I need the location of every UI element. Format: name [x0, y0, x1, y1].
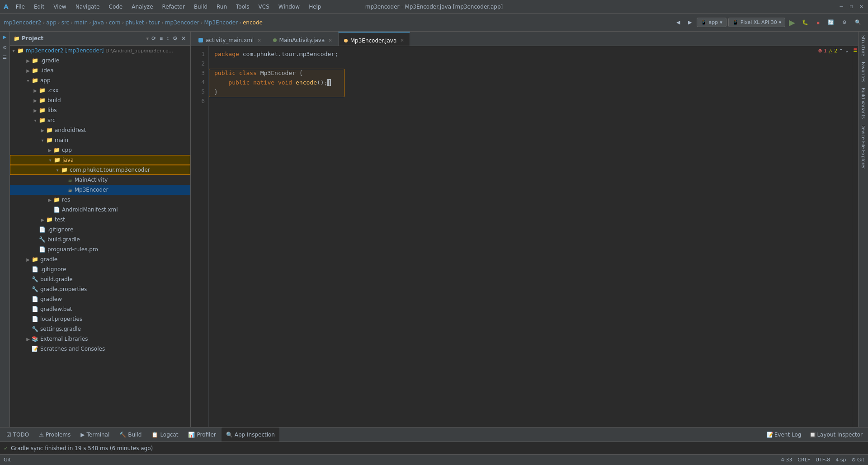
tree-item-package[interactable]: ▾ 📁 com.phuket.tour.mp3encoder [10, 165, 190, 175]
tree-item-cxx[interactable]: ▶ 📁 .cxx [10, 85, 190, 95]
tree-item-gradleprops[interactable]: ▶ 🔧 gradle.properties [10, 284, 190, 294]
project-view-toggle[interactable]: ◀ [1, 33, 8, 42]
project-sync-icon[interactable]: ⟳ [151, 34, 157, 42]
tree-item-androidmanifest[interactable]: ▶ 📄 AndroidManifest.xml [10, 205, 190, 215]
build-variants-btn[interactable]: Build Variants [860, 86, 867, 121]
menu-run[interactable]: Run [215, 3, 229, 11]
project-close-icon[interactable]: ✕ [180, 34, 187, 42]
status-line-ending[interactable]: CRLF [797, 457, 810, 463]
status-encoding[interactable]: UTF-8 [816, 457, 830, 463]
tree-item-androidtest[interactable]: ▶ 📁 androidTest [10, 125, 190, 135]
debug-button[interactable]: 🐛 [799, 18, 811, 27]
menu-vcs[interactable]: VCS [257, 3, 271, 11]
minimize-button[interactable]: ─ [838, 4, 844, 10]
tree-root[interactable]: ▾ 📁 mp3encoder2 [mp3encoder] D:\Android_… [10, 46, 190, 56]
tab-mainactivity-close[interactable]: ✕ [328, 38, 332, 43]
code-editor[interactable]: 1 2 3 4 5 6 package com.phuket.tour.mp3e… [191, 46, 858, 427]
tree-item-cpp[interactable]: ▶ 📁 cpp [10, 145, 190, 155]
bottom-tab-logcat[interactable]: 📋 Logcat [147, 427, 183, 442]
breadcrumb-encode[interactable]: encode [243, 19, 263, 26]
menu-help[interactable]: Help [307, 3, 323, 11]
settings-button[interactable]: ⚙ [839, 18, 850, 27]
bottom-tab-build[interactable]: 🔨 Build [115, 427, 146, 442]
tree-item-res[interactable]: ▶ 📁 res [10, 195, 190, 205]
bottom-tab-app-inspection[interactable]: 🔍 App Inspection [222, 427, 279, 442]
tree-item-mp3encoder[interactable]: ▶ ☕ Mp3Encoder [10, 185, 190, 195]
breadcrumb-java[interactable]: java [93, 19, 104, 26]
tree-item-gitignore-root[interactable]: ▶ 📄 .gitignore [10, 264, 190, 274]
menu-edit[interactable]: Edit [32, 3, 46, 11]
status-line-col[interactable]: 4:33 [781, 457, 793, 463]
breadcrumb-mp3encoder-class[interactable]: Mp3Encoder [204, 19, 238, 26]
tree-item-external-libs[interactable]: ▶ 📚 External Libraries [10, 334, 190, 344]
structure-icon[interactable]: ☰ [1, 53, 8, 61]
bottom-tab-problems[interactable]: ⚠ Problems [34, 427, 75, 442]
close-button[interactable]: ✕ [858, 4, 864, 10]
project-sort-icon[interactable]: ↕ [165, 34, 170, 42]
search-button[interactable]: 🔍 [852, 18, 864, 27]
tree-item-main[interactable]: ▾ 📁 main [10, 135, 190, 145]
tree-item-gradle-hidden[interactable]: ▶ 📁 .gradle [10, 56, 190, 66]
tree-item-java[interactable]: ▾ 📁 java [10, 155, 190, 165]
bottom-tab-todo[interactable]: ☑ TODO [2, 427, 33, 442]
commit-icon[interactable]: ⊙ [1, 44, 8, 51]
menu-analyze[interactable]: Analyze [130, 3, 155, 11]
menu-navigate[interactable]: Navigate [74, 3, 102, 11]
breadcrumb-main[interactable]: main [74, 19, 88, 26]
run-button[interactable]: ▶ [787, 17, 797, 28]
tree-item-settings-gradle[interactable]: ▶ 🔧 settings.gradle [10, 324, 190, 334]
tree-item-buildgradle-root[interactable]: ▶ 🔧 build.gradle [10, 274, 190, 284]
breadcrumb-tour[interactable]: tour [149, 19, 160, 26]
maximize-button[interactable]: □ [848, 4, 854, 10]
tree-item-gradlew-bat[interactable]: ▶ 📄 gradlew.bat [10, 304, 190, 314]
tree-item-app[interactable]: ▾ 📁 app [10, 75, 190, 85]
device-file-explorer-btn[interactable]: Device File Explorer [860, 122, 867, 171]
tab-mp3encoder-java[interactable]: Mp3Encoder.java ✕ [338, 32, 410, 46]
bottom-tab-layout-inspector[interactable]: 🔲 Layout Inspector [806, 430, 866, 440]
breadcrumb-com[interactable]: com [109, 19, 121, 26]
tree-item-gradle-root[interactable]: ▶ 📁 gradle [10, 254, 190, 264]
tree-view[interactable]: ▾ 📁 mp3encoder2 [mp3encoder] D:\Android_… [10, 46, 190, 427]
tree-item-buildgradle-app[interactable]: ▶ 🔧 build.gradle [10, 235, 190, 244]
menu-view[interactable]: View [52, 3, 68, 11]
tab-activity-main-close[interactable]: ✕ [257, 38, 261, 43]
breadcrumb-mp3encoder-pkg[interactable]: mp3encoder [165, 19, 199, 26]
breadcrumb-phuket[interactable]: phuket [125, 19, 144, 26]
status-context[interactable]: ⊙ Git [851, 457, 864, 463]
emulator-selector[interactable]: 📱 Pixel XL API 30 ▾ [728, 18, 786, 27]
tree-item-mainactivity[interactable]: ▶ ☕ MainActivity [10, 175, 190, 185]
bottom-tab-profiler[interactable]: 📊 Profiler [184, 427, 220, 442]
menu-code[interactable]: Code [107, 3, 125, 11]
breadcrumb-mp3encoder2[interactable]: mp3encoder2 [4, 19, 41, 26]
breadcrumb-app[interactable]: app [46, 19, 57, 26]
tree-item-libs[interactable]: ▶ 📁 libs [10, 105, 190, 115]
project-settings-icon[interactable]: ⚙ [172, 34, 179, 42]
structure-panel-btn[interactable]: Structure [860, 33, 867, 58]
code-content[interactable]: package com.phuket.tour.mp3encoder; publ… [209, 46, 852, 427]
git-branch[interactable]: Git [4, 457, 11, 463]
bottom-tab-terminal[interactable]: ▶ Terminal [76, 427, 114, 442]
favorites-btn[interactable]: Favorites [860, 60, 867, 84]
nav-back-button[interactable]: ◀ [673, 18, 683, 27]
tree-item-idea[interactable]: ▶ 📁 .idea [10, 66, 190, 75]
status-indent[interactable]: 4 sp [835, 457, 846, 463]
scroll-arrows[interactable]: ⌃ ⌄ [839, 48, 849, 54]
menu-file[interactable]: File [14, 3, 27, 11]
tree-item-localprops[interactable]: ▶ 📄 local.properties [10, 314, 190, 324]
tree-item-gitignore-app[interactable]: ▶ 📄 .gitignore [10, 225, 190, 235]
tree-item-gradlew[interactable]: ▶ 📄 gradlew [10, 294, 190, 304]
tree-item-proguard[interactable]: ▶ 📄 proguard-rules.pro [10, 244, 190, 254]
menu-window[interactable]: Window [277, 3, 302, 11]
menu-build[interactable]: Build [192, 3, 209, 11]
tab-mp3encoder-close[interactable]: ✕ [400, 38, 404, 43]
stop-button[interactable]: ■ [813, 18, 823, 27]
tab-activity-main-xml[interactable]: activity_main.xml ✕ [193, 32, 267, 46]
tree-item-build[interactable]: ▶ 📁 build [10, 95, 190, 105]
tab-mainactivity-java[interactable]: MainActivity.java ✕ [267, 32, 338, 46]
bottom-tab-event-log[interactable]: 📝 Event Log [763, 430, 805, 440]
project-dropdown-arrow[interactable]: ▾ [146, 36, 149, 42]
menu-refactor[interactable]: Refactor [160, 3, 187, 11]
breadcrumb-src[interactable]: src [61, 19, 70, 26]
nav-forward-button[interactable]: ▶ [685, 18, 695, 27]
tree-item-test[interactable]: ▶ 📁 test [10, 215, 190, 225]
